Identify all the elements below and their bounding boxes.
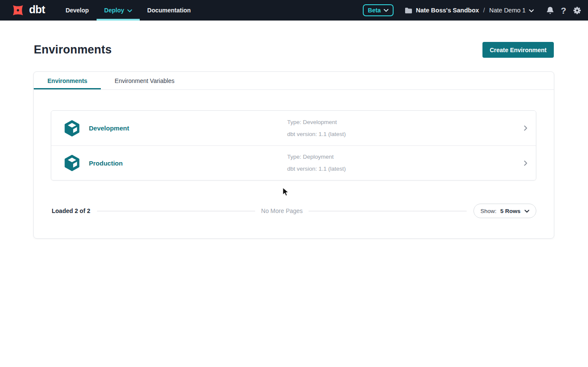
environment-type: Type: Development [287, 116, 515, 128]
environment-name: Development [89, 124, 129, 132]
help-icon[interactable]: ? [561, 6, 566, 15]
dbt-logo-icon [10, 3, 26, 18]
page-header: Environments Create Environment [34, 42, 554, 58]
environment-row-development[interactable]: Development Type: Development dbt versio… [51, 111, 536, 145]
create-environment-button[interactable]: Create Environment [482, 42, 554, 58]
notifications-bell-icon[interactable] [547, 6, 554, 15]
breadcrumb-separator: / [482, 7, 486, 14]
tab-label: Environments [47, 77, 87, 84]
top-navigation: dbt Develop Deploy Documentation Beta Na… [0, 0, 588, 21]
environment-version: dbt version: 1.1 (latest) [287, 163, 515, 175]
dbt-logo[interactable]: dbt [0, 0, 58, 21]
show-label: Show: [480, 208, 497, 214]
nav-item-develop[interactable]: Develop [58, 0, 96, 21]
environment-meta: Type: Deployment dbt version: 1.1 (lates… [287, 151, 515, 175]
environment-version: dbt version: 1.1 (latest) [287, 128, 515, 140]
chevron-down-icon [524, 210, 529, 213]
folder-icon [405, 7, 412, 14]
nav-utility-icons: ? [547, 6, 581, 15]
rows-per-page-dropdown[interactable]: Show: 5 Rows [473, 204, 536, 218]
account-name: Nate Boss's Sandbox [416, 7, 479, 14]
environment-identity: Development [51, 120, 287, 136]
divider-line [97, 211, 255, 211]
project-name: Nate Demo 1 [489, 7, 526, 14]
loaded-count: Loaded 2 of 2 [52, 207, 90, 214]
nav-right-cluster: Beta Nate Boss's Sandbox / Nate Demo 1 [363, 0, 581, 21]
chevron-right-icon [515, 160, 536, 166]
nav-item-label: Documentation [147, 7, 191, 14]
divider-line [309, 211, 467, 211]
tab-environments[interactable]: Environments [34, 72, 101, 89]
nav-item-label: Develop [65, 7, 88, 14]
environment-name: Production [89, 160, 123, 167]
environment-cube-icon [64, 120, 80, 136]
nav-item-documentation[interactable]: Documentation [140, 0, 199, 21]
chevron-down-icon [127, 9, 132, 12]
no-more-pages-label: No More Pages [261, 207, 303, 214]
environment-cube-icon [64, 155, 80, 171]
environment-meta: Type: Development dbt version: 1.1 (late… [287, 116, 515, 140]
beta-label: Beta [368, 7, 381, 14]
environments-card: Environments Environment Variables Devel… [33, 71, 554, 239]
beta-dropdown[interactable]: Beta [363, 4, 394, 16]
environment-list: Development Type: Development dbt versio… [51, 110, 536, 181]
nav-item-deploy[interactable]: Deploy [97, 0, 140, 21]
environment-row-production[interactable]: Production Type: Deployment dbt version:… [51, 145, 536, 180]
tab-environment-variables[interactable]: Environment Variables [101, 72, 188, 89]
primary-nav: Develop Deploy Documentation [58, 0, 198, 21]
environment-identity: Production [51, 155, 287, 171]
chevron-down-icon [529, 9, 534, 12]
account-breadcrumb[interactable]: Nate Boss's Sandbox / Nate Demo 1 [405, 7, 534, 14]
tab-label: Environment Variables [115, 77, 174, 84]
nav-item-label: Deploy [104, 7, 124, 14]
dbt-logo-text: dbt [29, 4, 45, 17]
page-title: Environments [34, 43, 112, 56]
chevron-down-icon [384, 9, 388, 12]
show-value: 5 Rows [500, 208, 520, 214]
card-tabbar: Environments Environment Variables [34, 72, 554, 90]
environment-type: Type: Deployment [287, 151, 515, 163]
gear-icon[interactable] [573, 6, 581, 15]
pagination-footer: Loaded 2 of 2 No More Pages Show: 5 Rows [52, 203, 536, 219]
chevron-right-icon [515, 125, 536, 131]
